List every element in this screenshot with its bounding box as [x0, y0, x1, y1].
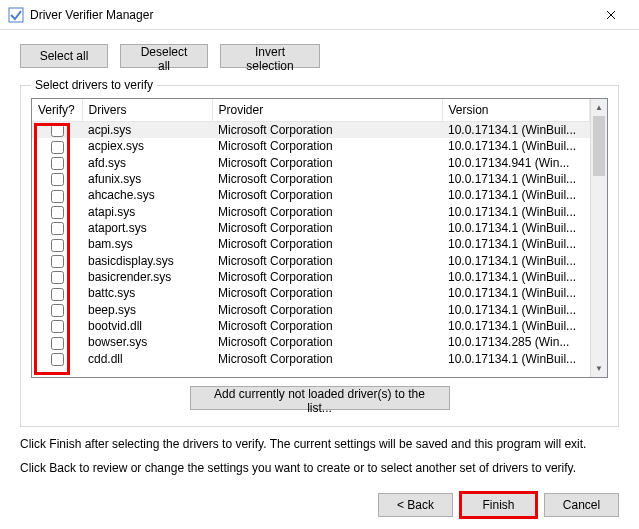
- select-all-button[interactable]: Select all: [20, 44, 108, 68]
- cell-driver: ataport.sys: [82, 220, 212, 236]
- cell-driver: afd.sys: [82, 155, 212, 171]
- header-provider[interactable]: Provider: [212, 99, 442, 122]
- cell-provider: Microsoft Corporation: [212, 236, 442, 252]
- table-row[interactable]: acpi.sysMicrosoft Corporation10.0.17134.…: [32, 122, 590, 139]
- cell-driver: acpi.sys: [82, 122, 212, 139]
- scroll-down-icon[interactable]: ▼: [591, 360, 607, 377]
- table-row[interactable]: basicdisplay.sysMicrosoft Corporation10.…: [32, 253, 590, 269]
- verify-checkbox[interactable]: [51, 222, 64, 235]
- cell-version: 10.0.17134.1 (WinBuil...: [442, 302, 590, 318]
- cell-provider: Microsoft Corporation: [212, 269, 442, 285]
- titlebar: Driver Verifier Manager: [0, 0, 639, 30]
- cell-version: 10.0.17134.941 (Win...: [442, 155, 590, 171]
- verify-checkbox[interactable]: [51, 271, 64, 284]
- cell-version: 10.0.17134.1 (WinBuil...: [442, 351, 590, 367]
- verify-checkbox[interactable]: [51, 255, 64, 268]
- scroll-up-icon[interactable]: ▲: [591, 99, 607, 116]
- header-version[interactable]: Version: [442, 99, 590, 122]
- verify-checkbox[interactable]: [51, 124, 64, 137]
- table-row[interactable]: basicrender.sysMicrosoft Corporation10.0…: [32, 269, 590, 285]
- cell-version: 10.0.17134.1 (WinBuil...: [442, 138, 590, 154]
- table-row[interactable]: afd.sysMicrosoft Corporation10.0.17134.9…: [32, 155, 590, 171]
- deselect-all-button[interactable]: Deselect all: [120, 44, 208, 68]
- cell-version: 10.0.17134.1 (WinBuil...: [442, 171, 590, 187]
- table-row[interactable]: afunix.sysMicrosoft Corporation10.0.1713…: [32, 171, 590, 187]
- group-legend: Select drivers to verify: [31, 78, 157, 92]
- cell-provider: Microsoft Corporation: [212, 334, 442, 350]
- cell-provider: Microsoft Corporation: [212, 204, 442, 220]
- cell-driver: ahcache.sys: [82, 187, 212, 203]
- verify-checkbox[interactable]: [51, 206, 64, 219]
- verify-checkbox[interactable]: [51, 173, 64, 186]
- cell-driver: beep.sys: [82, 302, 212, 318]
- table-row[interactable]: ataport.sysMicrosoft Corporation10.0.171…: [32, 220, 590, 236]
- table-row[interactable]: cdd.dllMicrosoft Corporation10.0.17134.1…: [32, 351, 590, 367]
- verify-checkbox[interactable]: [51, 157, 64, 170]
- table-row[interactable]: beep.sysMicrosoft Corporation10.0.17134.…: [32, 302, 590, 318]
- cell-provider: Microsoft Corporation: [212, 138, 442, 154]
- verify-checkbox[interactable]: [51, 239, 64, 252]
- cell-provider: Microsoft Corporation: [212, 253, 442, 269]
- scroll-thumb[interactable]: [593, 116, 605, 176]
- cell-version: 10.0.17134.1 (WinBuil...: [442, 122, 590, 139]
- verify-checkbox[interactable]: [51, 320, 64, 333]
- add-not-loaded-button[interactable]: Add currently not loaded driver(s) to th…: [190, 386, 450, 410]
- back-button[interactable]: < Back: [378, 493, 453, 517]
- window-title: Driver Verifier Manager: [30, 8, 591, 22]
- verify-checkbox[interactable]: [51, 288, 64, 301]
- cell-driver: acpiex.sys: [82, 138, 212, 154]
- verify-checkbox[interactable]: [51, 337, 64, 350]
- header-drivers[interactable]: Drivers: [82, 99, 212, 122]
- cell-version: 10.0.17134.1 (WinBuil...: [442, 318, 590, 334]
- cell-provider: Microsoft Corporation: [212, 302, 442, 318]
- info-line1: Click Finish after selecting the drivers…: [20, 437, 619, 451]
- cell-driver: basicdisplay.sys: [82, 253, 212, 269]
- cell-version: 10.0.17134.1 (WinBuil...: [442, 285, 590, 301]
- cell-version: 10.0.17134.1 (WinBuil...: [442, 236, 590, 252]
- verify-checkbox[interactable]: [51, 141, 64, 154]
- cell-provider: Microsoft Corporation: [212, 187, 442, 203]
- cell-driver: cdd.dll: [82, 351, 212, 367]
- finish-button[interactable]: Finish: [461, 493, 536, 517]
- cell-version: 10.0.17134.1 (WinBuil...: [442, 253, 590, 269]
- table-row[interactable]: atapi.sysMicrosoft Corporation10.0.17134…: [32, 204, 590, 220]
- cell-driver: bowser.sys: [82, 334, 212, 350]
- table-row[interactable]: battc.sysMicrosoft Corporation10.0.17134…: [32, 285, 590, 301]
- table-row[interactable]: ahcache.sysMicrosoft Corporation10.0.171…: [32, 187, 590, 203]
- cell-provider: Microsoft Corporation: [212, 220, 442, 236]
- cell-provider: Microsoft Corporation: [212, 285, 442, 301]
- drivers-table: Verify? Drivers Provider Version acpi.sy…: [32, 99, 590, 367]
- cell-driver: battc.sys: [82, 285, 212, 301]
- cell-version: 10.0.17134.1 (WinBuil...: [442, 187, 590, 203]
- table-row[interactable]: bowser.sysMicrosoft Corporation10.0.1713…: [32, 334, 590, 350]
- header-verify[interactable]: Verify?: [32, 99, 82, 122]
- cell-provider: Microsoft Corporation: [212, 351, 442, 367]
- app-icon: [8, 7, 24, 23]
- cell-provider: Microsoft Corporation: [212, 171, 442, 187]
- verify-checkbox[interactable]: [51, 304, 64, 317]
- vertical-scrollbar[interactable]: ▲ ▼: [590, 99, 607, 377]
- info-line2: Click Back to review or change the setti…: [20, 461, 619, 475]
- cell-version: 10.0.17134.1 (WinBuil...: [442, 204, 590, 220]
- table-row[interactable]: bam.sysMicrosoft Corporation10.0.17134.1…: [32, 236, 590, 252]
- verify-checkbox[interactable]: [51, 353, 64, 366]
- cell-driver: basicrender.sys: [82, 269, 212, 285]
- drivers-group: Select drivers to verify Verify? Drivers…: [20, 78, 619, 427]
- cell-provider: Microsoft Corporation: [212, 155, 442, 171]
- verify-checkbox[interactable]: [51, 190, 64, 203]
- cancel-button[interactable]: Cancel: [544, 493, 619, 517]
- cell-provider: Microsoft Corporation: [212, 318, 442, 334]
- close-button[interactable]: [591, 0, 631, 30]
- cell-driver: afunix.sys: [82, 171, 212, 187]
- table-row[interactable]: bootvid.dllMicrosoft Corporation10.0.171…: [32, 318, 590, 334]
- cell-version: 10.0.17134.285 (Win...: [442, 334, 590, 350]
- drivers-table-container: Verify? Drivers Provider Version acpi.sy…: [31, 98, 608, 378]
- cell-version: 10.0.17134.1 (WinBuil...: [442, 220, 590, 236]
- cell-driver: bootvid.dll: [82, 318, 212, 334]
- info-text: Click Finish after selecting the drivers…: [20, 437, 619, 475]
- cell-version: 10.0.17134.1 (WinBuil...: [442, 269, 590, 285]
- cell-driver: atapi.sys: [82, 204, 212, 220]
- invert-selection-button[interactable]: Invert selection: [220, 44, 320, 68]
- table-row[interactable]: acpiex.sysMicrosoft Corporation10.0.1713…: [32, 138, 590, 154]
- cell-driver: bam.sys: [82, 236, 212, 252]
